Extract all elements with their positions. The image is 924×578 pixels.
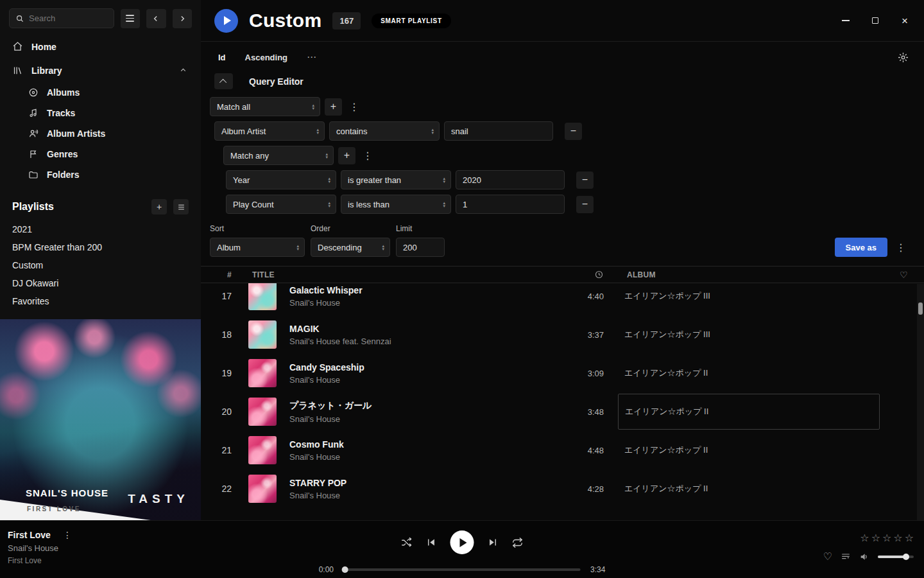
minimize-button[interactable] bbox=[841, 15, 851, 26]
nav-forward-button[interactable] bbox=[173, 9, 192, 28]
previous-button[interactable] bbox=[426, 537, 437, 548]
track-artist[interactable]: Snail's House bbox=[289, 298, 558, 308]
now-playing-menu-button[interactable]: ⋮ bbox=[60, 530, 74, 540]
match-type-select[interactable]: Match all bbox=[210, 97, 320, 116]
sidebar-item-home[interactable]: Home bbox=[0, 35, 201, 58]
scrollbar-thumb[interactable] bbox=[918, 302, 923, 315]
favorite-button[interactable]: ♡ bbox=[823, 550, 832, 563]
rule-value-input[interactable] bbox=[444, 121, 553, 141]
track-artist[interactable]: Snail's House bbox=[289, 375, 558, 385]
star-icon[interactable]: ☆ bbox=[905, 532, 914, 544]
table-row[interactable]: 17 Galactic WhisperSnail's House 4:40 エイ… bbox=[201, 283, 924, 315]
remove-rule-button[interactable]: − bbox=[576, 171, 594, 189]
rule-field-select[interactable]: Year bbox=[226, 170, 336, 189]
maximize-button[interactable] bbox=[870, 15, 880, 26]
remove-rule-button[interactable]: − bbox=[576, 196, 594, 213]
menu-button[interactable] bbox=[121, 9, 140, 28]
save-as-button[interactable]: Save as bbox=[835, 238, 887, 257]
table-row[interactable]: 18 MAGIKSnail's House feat. Sennzai 3:37… bbox=[201, 315, 924, 354]
play-pause-button[interactable] bbox=[450, 530, 474, 554]
group-menu-button[interactable]: ⋮ bbox=[360, 150, 375, 162]
sidebar-item-genres[interactable]: Genres bbox=[0, 144, 201, 164]
sidebar-item-tracks[interactable]: Tracks bbox=[0, 103, 201, 123]
queue-button[interactable] bbox=[841, 552, 851, 562]
table-row[interactable]: 20 プラネット・ガールSnail's House 3:48 エイリアン☆ポップ… bbox=[201, 392, 924, 431]
close-button[interactable]: × bbox=[900, 15, 910, 26]
track-artist[interactable]: Snail's House bbox=[289, 414, 558, 424]
table-row[interactable]: 21 Cosmo FunkSnail's House 4:48 エイリアン☆ポッ… bbox=[201, 431, 924, 469]
now-playing-artwork[interactable]: SNAIL'S HOUSE FIRST LOVE TASTY bbox=[0, 319, 201, 520]
remove-rule-button[interactable]: − bbox=[565, 123, 582, 140]
track-album[interactable]: エイリアン☆ポップ II bbox=[622, 444, 896, 456]
scrollbar-track[interactable] bbox=[917, 284, 924, 520]
star-icon[interactable]: ☆ bbox=[882, 532, 891, 544]
seek-thumb[interactable] bbox=[342, 566, 348, 573]
volume-thumb[interactable] bbox=[903, 554, 909, 560]
next-button[interactable] bbox=[488, 537, 499, 548]
now-playing-album[interactable]: First Love bbox=[8, 556, 74, 565]
playlist-item[interactable]: 2021 bbox=[0, 220, 201, 238]
collapse-query-editor-button[interactable] bbox=[214, 73, 233, 89]
repeat-button[interactable] bbox=[512, 537, 524, 548]
column-header-album[interactable]: ALBUM bbox=[622, 270, 896, 279]
track-artist[interactable]: Snail's House feat. Sennzai bbox=[289, 337, 558, 346]
rule-field-select[interactable]: Album Artist bbox=[214, 121, 325, 141]
search-input[interactable] bbox=[29, 13, 101, 23]
search-box[interactable] bbox=[9, 8, 114, 28]
now-playing-track[interactable]: First Love bbox=[8, 530, 51, 540]
add-playlist-button[interactable]: + bbox=[151, 199, 167, 215]
settings-gear-icon[interactable] bbox=[898, 52, 909, 63]
rule-value-input[interactable] bbox=[456, 170, 565, 189]
track-album[interactable]: エイリアン☆ポップ III bbox=[622, 329, 896, 340]
add-rule-button[interactable]: + bbox=[325, 98, 342, 116]
track-artist[interactable]: Snail's House bbox=[289, 491, 558, 500]
rating-stars[interactable]: ☆ ☆ ☆ ☆ ☆ bbox=[860, 532, 914, 544]
track-album[interactable]: エイリアン☆ポップ II bbox=[622, 483, 896, 495]
star-icon[interactable]: ☆ bbox=[860, 532, 869, 544]
playlist-item[interactable]: Favorites bbox=[0, 292, 201, 310]
volume-slider[interactable] bbox=[878, 556, 914, 558]
rule-operator-select[interactable]: is greater than bbox=[341, 170, 451, 189]
star-icon[interactable]: ☆ bbox=[893, 532, 902, 544]
track-album-focused-cell[interactable]: エイリアン☆ポップ II bbox=[618, 394, 880, 430]
sidebar-item-album-artists[interactable]: Album Artists bbox=[0, 123, 201, 144]
add-group-rule-button[interactable]: + bbox=[338, 147, 355, 164]
rule-group-menu-button[interactable]: ⋮ bbox=[346, 101, 362, 113]
rule-value-input[interactable] bbox=[456, 195, 565, 214]
rule-operator-select[interactable]: is less than bbox=[341, 195, 451, 214]
sort-direction-button[interactable]: Ascending bbox=[245, 53, 287, 62]
duration-clock-icon[interactable] bbox=[594, 270, 610, 279]
rule-field-select[interactable]: Play Count bbox=[226, 195, 336, 214]
order-select[interactable]: Descending bbox=[311, 238, 390, 257]
chevron-up-icon[interactable] bbox=[179, 66, 187, 74]
sort-field-button[interactable]: Id bbox=[218, 53, 226, 62]
playlist-item[interactable]: Custom bbox=[0, 256, 201, 274]
rule-operator-select[interactable]: contains bbox=[329, 121, 440, 141]
track-album[interactable]: エイリアン☆ポップ III bbox=[622, 290, 896, 302]
sidebar-item-albums[interactable]: Albums bbox=[0, 82, 201, 103]
playlist-item[interactable]: BPM Greater than 200 bbox=[0, 238, 201, 256]
volume-icon[interactable] bbox=[859, 552, 869, 562]
table-row[interactable]: 22 STARRY POPSnail's House 4:28 エイリアン☆ポッ… bbox=[201, 469, 924, 508]
play-playlist-button[interactable] bbox=[214, 9, 238, 33]
now-playing-artist[interactable]: Snail's House bbox=[8, 543, 74, 553]
track-artist[interactable]: Snail's House bbox=[289, 452, 558, 462]
limit-input[interactable] bbox=[396, 238, 445, 257]
sidebar-item-library[interactable]: Library bbox=[0, 58, 201, 82]
shuffle-button[interactable] bbox=[401, 537, 413, 548]
more-options-button[interactable]: ⋯ bbox=[307, 51, 317, 63]
column-header-title[interactable]: TITLE bbox=[238, 270, 558, 279]
nav-back-button[interactable] bbox=[146, 9, 166, 28]
seek-slider[interactable] bbox=[343, 568, 581, 571]
track-album[interactable]: エイリアン☆ポップ II bbox=[622, 367, 896, 379]
save-menu-button[interactable]: ⋮ bbox=[893, 241, 909, 254]
star-icon[interactable]: ☆ bbox=[871, 532, 880, 544]
group-match-type-select[interactable]: Match any bbox=[223, 146, 334, 165]
sidebar-item-folders[interactable]: Folders bbox=[0, 164, 201, 185]
sort-select[interactable]: Album bbox=[210, 238, 305, 257]
table-row[interactable]: 19 Candy SpaceshipSnail's House 3:09 エイリ… bbox=[201, 354, 924, 392]
column-header-number[interactable]: # bbox=[227, 270, 238, 279]
playlist-list-button[interactable] bbox=[173, 199, 189, 215]
favorite-column-icon[interactable]: ♡ bbox=[896, 270, 924, 280]
playlist-item[interactable]: DJ Okawari bbox=[0, 274, 201, 292]
